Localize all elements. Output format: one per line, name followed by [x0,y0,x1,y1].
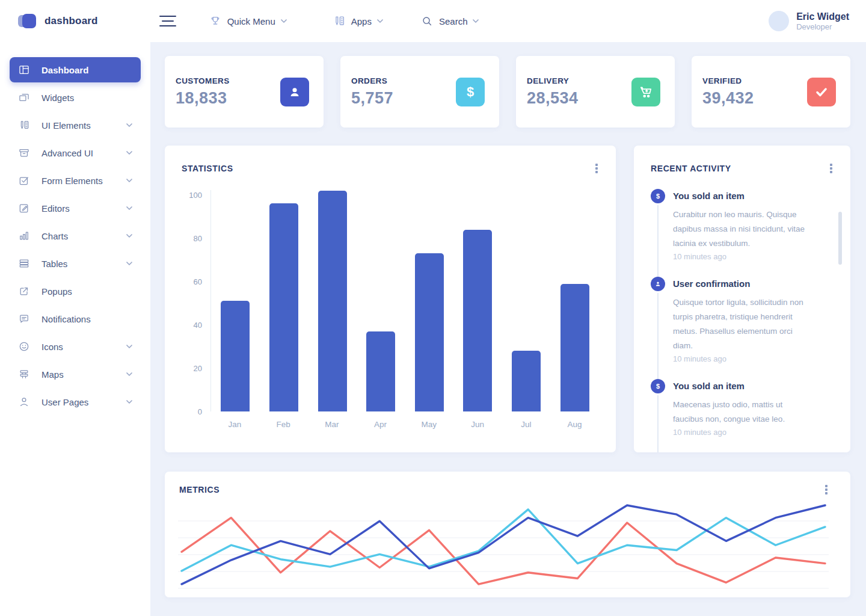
stat-card-customers: CUSTOMERS 18,833 [165,56,324,128]
sidebar-item-label: User Pages [41,397,88,407]
activity-item[interactable]: $ You sold an item Curabitur non leo mau… [651,189,834,277]
nav-apps-label: Apps [351,16,372,26]
timeline-line [657,205,659,277]
trophy-icon [209,14,222,28]
timeline-line [657,395,659,452]
brand[interactable]: dashboard [18,13,98,29]
form-elements-icon [18,174,30,186]
sidebar-item-tables[interactable]: Tables [10,251,141,276]
dollar-icon: $ [651,189,665,203]
sidebar-item-label: Advanced UI [41,148,93,158]
sidebar-item-advanced-ui[interactable]: Advanced UI [10,140,141,165]
user-name: Eric Widget [796,11,849,22]
activity-time: 10 minutes ago [673,354,812,363]
line-series-salmon [182,518,825,584]
sidebar-item-charts[interactable]: Charts [10,223,141,248]
x-tick-label: May [405,420,453,429]
y-tick-label: 40 [194,321,202,330]
timeline-line [657,293,659,379]
y-tick-label: 0 [198,407,202,416]
nav-search[interactable]: Search [420,14,479,28]
stats-row: CUSTOMERS 18,833 ORDERS 5,757 $ DELIVERY… [165,56,850,128]
apps-icon [333,14,346,28]
chevron-down-icon [473,19,479,23]
bar [269,203,298,411]
stat-label: CUSTOMERS [176,76,230,85]
sidebar-item-label: Tables [41,259,67,269]
nav-apps[interactable]: Apps [333,14,383,28]
x-tick-label: Jan [210,420,259,429]
sidebar-item-dashboard[interactable]: Dashboard [10,57,141,82]
chevron-down-icon [377,19,383,23]
nav-quick-menu-label: Quick Menu [227,16,275,26]
chevron-down-icon [126,400,132,404]
brand-name: dashboard [45,15,98,27]
menu-toggle-icon[interactable] [159,16,176,26]
brand-logo-icon [18,13,38,29]
y-tick-label: 100 [189,191,202,200]
kebab-menu-icon[interactable] [594,162,599,174]
sidebar-item-form-elements[interactable]: Form Elements [10,168,141,193]
y-tick-label: 80 [194,234,202,243]
maps-icon [18,368,30,380]
bar [463,230,492,411]
charts-icon [18,230,30,242]
activity-title: You sold an item [673,379,812,393]
activity-title: User confirmation [673,277,812,291]
sidebar-item-notifications[interactable]: Notifications [10,306,141,331]
activity-title: You sold an item [673,189,812,203]
recent-activity-title: RECENT ACTIVITY [651,164,731,173]
sidebar: Dashboard Widgets UI Elements Advanced U… [0,42,150,616]
chevron-down-icon [126,345,132,348]
tables-icon [18,257,30,270]
bar [415,253,444,411]
bar [318,191,347,411]
statistics-panel: STATISTICS 020406080100 JanFebMarAprMayJ… [165,146,616,452]
metrics-title: METRICS [179,485,220,494]
activity-time: 10 minutes ago [673,252,812,261]
sidebar-item-maps[interactable]: Maps [10,362,141,387]
avatar [769,11,789,31]
nav-search-label: Search [439,16,468,26]
advanced-ui-icon [18,147,30,159]
sidebar-item-icons[interactable]: Icons [10,334,141,359]
search-icon [420,14,434,28]
kebab-menu-icon[interactable] [824,484,829,496]
activity-item[interactable]: $ You sold an item Maecenas justo odio, … [651,379,834,452]
sidebar-item-widgets[interactable]: Widgets [10,85,141,110]
kebab-menu-icon[interactable] [829,162,834,174]
activity-item[interactable]: User confirmation Quisque tortor ligula,… [651,277,834,379]
chevron-down-icon [126,151,132,155]
line-series-indigo [182,505,825,584]
sidebar-item-label: Notifications [41,314,91,324]
chevron-down-icon [126,372,132,376]
sidebar-item-label: Maps [41,369,64,380]
scrollbar-thumb[interactable] [838,212,842,265]
x-tick-label: Jun [453,420,502,429]
stat-value: 28,534 [527,89,579,108]
sidebar-item-label: Icons [41,342,63,352]
stat-value: 18,833 [176,89,230,108]
icons-icon [18,340,30,353]
check-icon [807,78,836,106]
sidebar-item-user-pages[interactable]: User Pages [10,389,141,414]
main-content: CUSTOMERS 18,833 ORDERS 5,757 $ DELIVERY… [150,42,866,616]
bar [221,301,250,411]
sidebar-item-ui-elements[interactable]: UI Elements [10,112,141,138]
sidebar-item-label: Widgets [41,93,74,103]
nav-quick-menu[interactable]: Quick Menu [209,14,287,28]
user-pages-icon [18,396,30,408]
sidebar-item-label: Dashboard [41,65,88,75]
stat-label: VERIFIED [702,76,754,85]
activity-text: Quisque tortor ligula, sollicitudin non … [673,295,812,353]
sidebar-item-popups[interactable]: Popups [10,279,141,304]
x-tick-label: Aug [550,420,599,429]
chevron-down-icon [281,19,287,23]
line-chart [178,500,829,592]
statistics-title: STATISTICS [182,164,233,173]
x-tick-label: Jul [502,420,551,429]
stat-label: DELIVERY [527,76,579,85]
stat-card-orders: ORDERS 5,757 $ [340,56,499,128]
sidebar-item-editors[interactable]: Editors [10,196,141,221]
user-menu[interactable]: Eric Widget Developer [769,11,849,32]
